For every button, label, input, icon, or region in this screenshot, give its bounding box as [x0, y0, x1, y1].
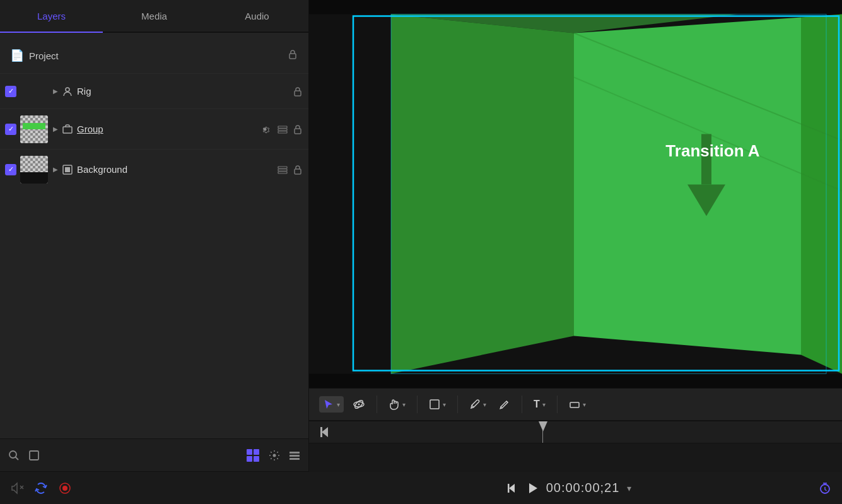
- timer-icon[interactable]: [818, 481, 832, 495]
- loop-icon[interactable]: [34, 481, 48, 495]
- group-lock-icon: [292, 124, 303, 135]
- tool-sep-2: [417, 396, 418, 413]
- background-expand[interactable]: ▶: [53, 166, 58, 173]
- svg-rect-3: [63, 127, 72, 133]
- svg-rect-17: [247, 449, 252, 455]
- svg-rect-23: [289, 455, 300, 457]
- settings-icon[interactable]: [268, 449, 281, 462]
- rig-checkbox[interactable]: ✓: [5, 86, 16, 97]
- tool-sep-5: [557, 396, 558, 413]
- transition-label: Transition A: [665, 141, 759, 160]
- svg-marker-30: [801, 15, 842, 374]
- svg-point-49: [62, 486, 67, 491]
- layers-content: 📄 Project ✓ ▶: [0, 33, 308, 438]
- group-gear-icon[interactable]: [259, 124, 271, 135]
- frame-icon[interactable]: [28, 449, 40, 462]
- svg-rect-44: [320, 427, 322, 437]
- layers-bottom-toolbar: [0, 438, 308, 471]
- shape-icon: [569, 399, 580, 410]
- preview-canvas: Transition A: [309, 0, 842, 388]
- svg-point-14: [9, 451, 16, 458]
- status-center: 00:00:00;21 ▾: [319, 481, 818, 495]
- tab-audio[interactable]: Audio: [206, 0, 308, 33]
- timeline-track: [309, 443, 842, 472]
- timecode-dropdown[interactable]: ▾: [627, 483, 631, 493]
- layer-row-rig[interactable]: ✓ ▶ Rig: [0, 73, 308, 108]
- background-name: Background: [77, 164, 277, 175]
- project-row[interactable]: 📄 Project: [0, 38, 308, 73]
- status-left: [10, 481, 319, 495]
- layer-row-background[interactable]: ✓ ▶ Background: [0, 149, 308, 189]
- rig-expand[interactable]: ▶: [53, 88, 58, 95]
- tool-rect[interactable]: ▾: [425, 396, 450, 413]
- svg-marker-50: [509, 484, 515, 493]
- project-icon: 📄: [10, 49, 24, 62]
- group-name: Group: [77, 124, 259, 134]
- svg-rect-18: [254, 449, 259, 455]
- grid-icon[interactable]: [245, 448, 260, 463]
- tab-layers[interactable]: Layers: [0, 0, 103, 33]
- select-icon: [323, 399, 334, 410]
- tool-hand[interactable]: ▾: [385, 396, 409, 413]
- tool-sep-4: [522, 396, 522, 413]
- svg-rect-11: [278, 169, 287, 171]
- svg-rect-5: [278, 129, 287, 131]
- svg-marker-45: [539, 421, 547, 431]
- background-actions: [277, 164, 303, 175]
- timecode: 00:00:00;21: [546, 481, 620, 495]
- layer-row-group[interactable]: ✓ ▶ Group: [0, 108, 308, 149]
- svg-rect-24: [289, 458, 300, 460]
- tool-orbit[interactable]: [349, 396, 369, 413]
- svg-rect-20: [254, 456, 259, 462]
- svg-rect-22: [289, 452, 300, 454]
- tool-sep-1: [377, 396, 377, 413]
- timeline-needle: [542, 421, 543, 443]
- tool-shape[interactable]: ▾: [565, 396, 590, 413]
- preview-area: Transition A: [309, 0, 842, 388]
- group-actions: [277, 124, 303, 135]
- prev-button[interactable]: [506, 482, 518, 495]
- tool-sep-3: [457, 396, 458, 413]
- status-right: [818, 481, 832, 495]
- play-button[interactable]: [526, 482, 539, 495]
- record-icon[interactable]: [58, 481, 72, 495]
- timeline-start-icon[interactable]: [319, 426, 329, 438]
- mute-icon[interactable]: [10, 481, 24, 495]
- tab-media[interactable]: Media: [103, 0, 206, 33]
- svg-rect-4: [278, 126, 287, 128]
- group-type-icon: [62, 124, 73, 135]
- hand-icon: [389, 399, 400, 410]
- svg-marker-52: [529, 483, 537, 493]
- rig-actions: [292, 86, 303, 97]
- svg-rect-40: [430, 400, 439, 409]
- svg-rect-6: [278, 131, 287, 133]
- timeline-area: [309, 421, 842, 471]
- tabs-container: Layers Media Audio: [0, 0, 308, 33]
- search-icon[interactable]: [8, 449, 20, 462]
- group-thumbnail: [20, 115, 48, 143]
- layers-icon[interactable]: [288, 449, 301, 462]
- svg-rect-16: [30, 451, 38, 460]
- background-checkbox[interactable]: ✓: [5, 164, 16, 175]
- tool-text[interactable]: T ▾: [530, 396, 549, 413]
- svg-line-41: [472, 406, 474, 407]
- tool-pencil[interactable]: [495, 396, 514, 413]
- needle-top: [539, 421, 547, 431]
- svg-point-1: [66, 88, 69, 91]
- background-thumbnail: [20, 156, 48, 184]
- svg-point-21: [273, 454, 276, 457]
- background-type-icon: [62, 164, 73, 175]
- orbit-icon: [353, 398, 365, 411]
- pencil-icon: [499, 399, 510, 410]
- group-expand[interactable]: ▶: [53, 126, 58, 132]
- tool-pen[interactable]: ▾: [465, 396, 490, 413]
- group-checkbox[interactable]: ✓: [5, 124, 16, 135]
- svg-rect-42: [570, 402, 579, 407]
- rig-lock-icon: [292, 86, 303, 97]
- tool-select[interactable]: ▾: [319, 396, 344, 413]
- svg-rect-12: [278, 172, 287, 173]
- status-bar: 00:00:00;21 ▾: [0, 471, 842, 504]
- svg-rect-51: [508, 484, 510, 493]
- background-lock-icon: [292, 164, 303, 175]
- svg-point-39: [358, 404, 360, 406]
